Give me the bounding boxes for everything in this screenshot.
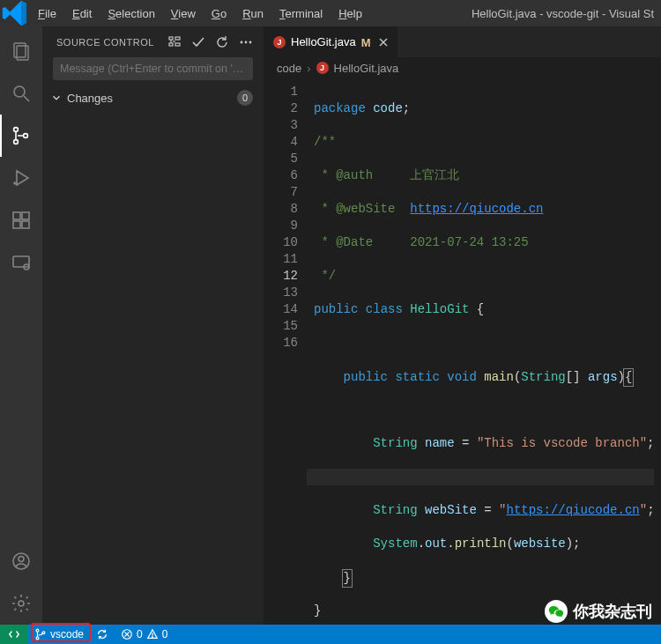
svg-point-2 bbox=[14, 86, 25, 97]
breadcrumb[interactable]: code › J HelloGit.java bbox=[264, 57, 661, 78]
scm-more-icon[interactable] bbox=[239, 35, 253, 49]
svg-rect-18 bbox=[169, 37, 173, 40]
menu-view[interactable]: View bbox=[163, 0, 204, 26]
svg-point-24 bbox=[241, 41, 243, 43]
svg-point-4 bbox=[14, 128, 19, 132]
activity-explorer[interactable] bbox=[0, 30, 42, 72]
workbench: Source Control bbox=[0, 26, 661, 625]
svg-rect-21 bbox=[175, 43, 180, 46]
svg-rect-20 bbox=[169, 43, 173, 46]
changes-label: Changes bbox=[65, 92, 237, 105]
tab-modified-marker: M bbox=[361, 34, 371, 49]
sidebar: Source Control bbox=[42, 26, 264, 625]
scm-refresh-icon[interactable] bbox=[215, 35, 229, 49]
activity-run-debug[interactable] bbox=[0, 157, 42, 199]
scm-message-input[interactable] bbox=[53, 57, 253, 80]
changes-count-badge: 0 bbox=[237, 90, 253, 106]
menu-edit[interactable]: Edit bbox=[64, 0, 100, 26]
watermark-wechat: 你我杂志刊 bbox=[545, 600, 652, 623]
menu-file[interactable]: File bbox=[30, 0, 64, 26]
editor-tab[interactable]: J HelloGit.java M bbox=[264, 26, 398, 57]
status-errors: 0 bbox=[137, 628, 143, 640]
svg-rect-12 bbox=[22, 221, 29, 228]
editor-tabs: J HelloGit.java M bbox=[264, 26, 661, 57]
java-file-icon: J bbox=[316, 62, 329, 74]
svg-rect-13 bbox=[13, 256, 29, 267]
vscode-logo bbox=[0, 0, 30, 28]
watermark-text: 你我杂志刊 bbox=[573, 601, 652, 622]
svg-rect-10 bbox=[22, 212, 29, 219]
code-content[interactable]: package code; /** * @auth 上官江北 * @webSit… bbox=[307, 78, 661, 625]
chevron-right-icon: › bbox=[307, 62, 310, 75]
status-problems[interactable]: 0 0 bbox=[115, 625, 174, 644]
menu-bar: File Edit Selection View Go Run Terminal… bbox=[0, 0, 661, 26]
breadcrumb-folder[interactable]: code bbox=[277, 62, 301, 75]
activity-settings[interactable] bbox=[0, 582, 42, 625]
changes-section[interactable]: Changes 0 bbox=[42, 87, 264, 108]
tab-label: HelloGit.java bbox=[291, 35, 356, 48]
line-gutter: 12345678910111213141516 bbox=[264, 78, 307, 625]
activity-remote[interactable] bbox=[0, 241, 42, 284]
menu-selection[interactable]: Selection bbox=[100, 0, 162, 26]
java-file-icon: J bbox=[273, 36, 286, 48]
wechat-icon bbox=[545, 600, 568, 623]
activity-bar bbox=[0, 26, 42, 625]
svg-line-3 bbox=[24, 96, 29, 101]
menu-help[interactable]: Help bbox=[330, 0, 370, 26]
svg-point-17 bbox=[19, 601, 24, 606]
tab-close-icon[interactable] bbox=[376, 35, 390, 49]
svg-point-29 bbox=[36, 629, 39, 632]
svg-point-6 bbox=[24, 134, 28, 138]
svg-point-5 bbox=[14, 140, 19, 144]
status-branch-name: vscode bbox=[50, 628, 84, 640]
status-bar: vscode 0 0 bbox=[0, 625, 661, 644]
status-remote[interactable] bbox=[0, 625, 28, 644]
editor-group: J HelloGit.java M code › J HelloGit.java… bbox=[264, 26, 661, 625]
menu-terminal[interactable]: Terminal bbox=[271, 0, 330, 26]
svg-rect-19 bbox=[175, 37, 180, 40]
code-area[interactable]: 12345678910111213141516 package code; /*… bbox=[264, 78, 661, 625]
scm-title-actions bbox=[167, 35, 253, 49]
scm-commit-icon[interactable] bbox=[191, 35, 205, 49]
status-branch[interactable]: vscode bbox=[28, 625, 90, 644]
scm-message-row bbox=[42, 57, 264, 87]
svg-point-25 bbox=[245, 41, 248, 43]
svg-rect-9 bbox=[13, 212, 20, 219]
activity-account[interactable] bbox=[0, 540, 42, 582]
scm-tree-icon[interactable] bbox=[167, 35, 182, 49]
menu-items: File Edit Selection View Go Run Terminal… bbox=[30, 0, 370, 26]
sidebar-title: Source Control bbox=[56, 37, 167, 48]
svg-marker-7 bbox=[17, 171, 28, 185]
svg-point-30 bbox=[36, 637, 39, 640]
window-title: HelloGit.java - vscode-git - Visual St bbox=[370, 7, 661, 20]
activity-search[interactable] bbox=[0, 72, 42, 115]
svg-point-37 bbox=[152, 637, 152, 638]
chevron-down-icon bbox=[49, 91, 63, 105]
menu-run[interactable]: Run bbox=[234, 0, 271, 26]
activity-extensions[interactable] bbox=[0, 199, 42, 241]
menu-go[interactable]: Go bbox=[204, 0, 234, 26]
status-warnings: 0 bbox=[162, 628, 168, 640]
svg-rect-11 bbox=[13, 221, 20, 228]
sidebar-title-row: Source Control bbox=[42, 26, 264, 57]
svg-point-8 bbox=[14, 182, 16, 184]
breadcrumb-file[interactable]: HelloGit.java bbox=[334, 62, 399, 75]
status-sync[interactable] bbox=[90, 625, 115, 644]
svg-point-26 bbox=[249, 41, 252, 43]
svg-point-16 bbox=[19, 557, 24, 562]
activity-source-control[interactable] bbox=[0, 115, 42, 157]
